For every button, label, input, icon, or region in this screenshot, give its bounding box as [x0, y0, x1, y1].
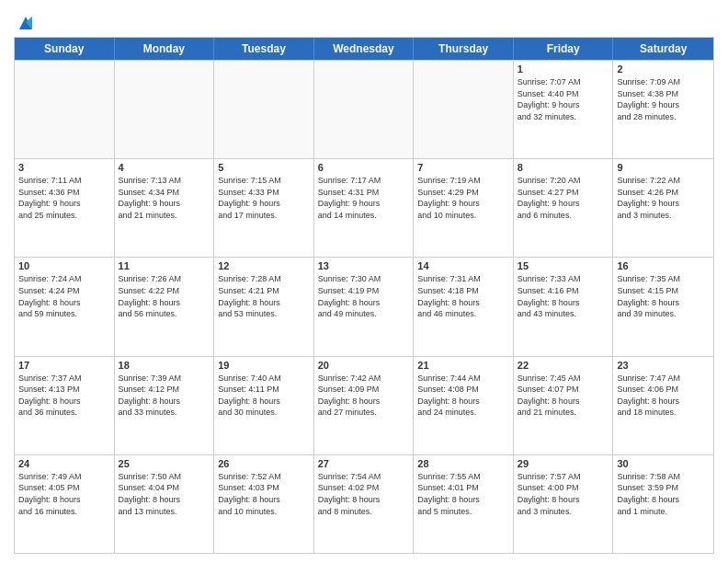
day-number: 4	[119, 162, 210, 173]
day-cell-18: 18Sunrise: 7:39 AM Sunset: 4:12 PM Dayli…	[115, 357, 215, 454]
day-cell-29: 29Sunrise: 7:57 AM Sunset: 4:00 PM Dayli…	[514, 455, 614, 553]
day-number: 27	[318, 458, 410, 469]
logo-icon	[16, 13, 36, 33]
day-number: 9	[617, 162, 710, 173]
day-info: Sunrise: 7:33 AM Sunset: 4:16 PM Dayligh…	[518, 273, 609, 319]
day-number: 13	[318, 260, 410, 271]
day-info: Sunrise: 7:44 AM Sunset: 4:08 PM Dayligh…	[417, 373, 509, 419]
day-cell-6: 6Sunrise: 7:17 AM Sunset: 4:31 PM Daylig…	[314, 159, 415, 257]
day-cell-10: 10Sunrise: 7:24 AM Sunset: 4:24 PM Dayli…	[15, 258, 115, 355]
calendar: SundayMondayTuesdayWednesdayThursdayFrid…	[14, 37, 714, 554]
day-cell-23: 23Sunrise: 7:47 AM Sunset: 4:06 PM Dayli…	[613, 357, 713, 454]
day-info: Sunrise: 7:13 AM Sunset: 4:34 PM Dayligh…	[119, 175, 210, 221]
day-number: 23	[617, 360, 710, 371]
day-number: 30	[617, 458, 710, 469]
header-tuesday: Tuesday	[214, 38, 314, 60]
empty-cell	[414, 61, 514, 158]
day-info: Sunrise: 7:17 AM Sunset: 4:31 PM Dayligh…	[318, 175, 410, 221]
day-info: Sunrise: 7:57 AM Sunset: 4:00 PM Dayligh…	[518, 471, 609, 517]
week-row-5: 24Sunrise: 7:49 AM Sunset: 4:05 PM Dayli…	[15, 454, 713, 553]
day-info: Sunrise: 7:09 AM Sunset: 4:38 PM Dayligh…	[617, 76, 710, 122]
day-number: 16	[617, 260, 710, 271]
page-header	[14, 9, 714, 31]
day-cell-16: 16Sunrise: 7:35 AM Sunset: 4:15 PM Dayli…	[613, 258, 713, 355]
day-info: Sunrise: 7:58 AM Sunset: 3:59 PM Dayligh…	[617, 471, 710, 517]
day-number: 17	[18, 360, 110, 371]
header-saturday: Saturday	[613, 38, 713, 60]
day-cell-19: 19Sunrise: 7:40 AM Sunset: 4:11 PM Dayli…	[214, 357, 314, 454]
day-number: 5	[218, 162, 310, 173]
header-friday: Friday	[514, 38, 614, 60]
day-info: Sunrise: 7:42 AM Sunset: 4:09 PM Dayligh…	[318, 373, 410, 419]
day-info: Sunrise: 7:52 AM Sunset: 4:03 PM Dayligh…	[218, 471, 310, 517]
day-info: Sunrise: 7:24 AM Sunset: 4:24 PM Dayligh…	[18, 273, 110, 319]
empty-cell	[314, 61, 415, 158]
day-number: 18	[119, 360, 210, 371]
day-cell-26: 26Sunrise: 7:52 AM Sunset: 4:03 PM Dayli…	[214, 455, 314, 553]
day-info: Sunrise: 7:07 AM Sunset: 4:40 PM Dayligh…	[518, 76, 609, 122]
day-info: Sunrise: 7:37 AM Sunset: 4:13 PM Dayligh…	[18, 373, 110, 419]
day-info: Sunrise: 7:20 AM Sunset: 4:27 PM Dayligh…	[518, 175, 609, 221]
empty-cell	[214, 61, 314, 158]
day-info: Sunrise: 7:28 AM Sunset: 4:21 PM Dayligh…	[218, 273, 310, 319]
empty-cell	[15, 61, 115, 158]
day-cell-7: 7Sunrise: 7:19 AM Sunset: 4:29 PM Daylig…	[414, 159, 514, 257]
day-info: Sunrise: 7:50 AM Sunset: 4:04 PM Dayligh…	[119, 471, 210, 517]
calendar-body: 1Sunrise: 7:07 AM Sunset: 4:40 PM Daylig…	[15, 60, 713, 553]
day-cell-27: 27Sunrise: 7:54 AM Sunset: 4:02 PM Dayli…	[314, 455, 415, 553]
day-number: 15	[518, 260, 609, 271]
day-cell-2: 2Sunrise: 7:09 AM Sunset: 4:38 PM Daylig…	[613, 61, 713, 158]
day-info: Sunrise: 7:49 AM Sunset: 4:05 PM Dayligh…	[18, 471, 110, 517]
day-cell-14: 14Sunrise: 7:31 AM Sunset: 4:18 PM Dayli…	[414, 258, 514, 355]
week-row-1: 1Sunrise: 7:07 AM Sunset: 4:40 PM Daylig…	[15, 60, 713, 158]
day-info: Sunrise: 7:35 AM Sunset: 4:15 PM Dayligh…	[617, 273, 710, 319]
empty-cell	[115, 61, 215, 158]
day-number: 1	[518, 63, 609, 75]
day-cell-4: 4Sunrise: 7:13 AM Sunset: 4:34 PM Daylig…	[115, 159, 215, 257]
day-cell-9: 9Sunrise: 7:22 AM Sunset: 4:26 PM Daylig…	[613, 159, 713, 257]
day-number: 11	[119, 260, 210, 271]
day-info: Sunrise: 7:26 AM Sunset: 4:22 PM Dayligh…	[119, 273, 210, 319]
week-row-4: 17Sunrise: 7:37 AM Sunset: 4:13 PM Dayli…	[15, 356, 713, 454]
day-info: Sunrise: 7:19 AM Sunset: 4:29 PM Dayligh…	[417, 175, 509, 221]
day-number: 12	[218, 260, 310, 271]
day-cell-21: 21Sunrise: 7:44 AM Sunset: 4:08 PM Dayli…	[414, 357, 514, 454]
day-info: Sunrise: 7:55 AM Sunset: 4:01 PM Dayligh…	[417, 471, 509, 517]
day-number: 6	[318, 162, 410, 173]
header-monday: Monday	[115, 38, 215, 60]
day-cell-24: 24Sunrise: 7:49 AM Sunset: 4:05 PM Dayli…	[15, 455, 115, 553]
header-thursday: Thursday	[414, 38, 514, 60]
week-row-3: 10Sunrise: 7:24 AM Sunset: 4:24 PM Dayli…	[15, 257, 713, 355]
day-cell-28: 28Sunrise: 7:55 AM Sunset: 4:01 PM Dayli…	[414, 455, 514, 553]
day-number: 28	[417, 458, 509, 469]
day-number: 25	[119, 458, 210, 469]
day-number: 20	[318, 360, 410, 371]
day-cell-1: 1Sunrise: 7:07 AM Sunset: 4:40 PM Daylig…	[514, 61, 614, 158]
day-cell-22: 22Sunrise: 7:45 AM Sunset: 4:07 PM Dayli…	[514, 357, 614, 454]
header-wednesday: Wednesday	[314, 38, 415, 60]
day-cell-5: 5Sunrise: 7:15 AM Sunset: 4:33 PM Daylig…	[214, 159, 314, 257]
header-sunday: Sunday	[15, 38, 115, 60]
day-info: Sunrise: 7:22 AM Sunset: 4:26 PM Dayligh…	[617, 175, 710, 221]
day-number: 21	[417, 360, 509, 371]
day-info: Sunrise: 7:11 AM Sunset: 4:36 PM Dayligh…	[18, 175, 110, 221]
day-cell-8: 8Sunrise: 7:20 AM Sunset: 4:27 PM Daylig…	[514, 159, 614, 257]
day-number: 14	[417, 260, 509, 271]
day-info: Sunrise: 7:31 AM Sunset: 4:18 PM Dayligh…	[417, 273, 509, 319]
day-info: Sunrise: 7:47 AM Sunset: 4:06 PM Dayligh…	[617, 373, 710, 419]
day-info: Sunrise: 7:40 AM Sunset: 4:11 PM Dayligh…	[218, 373, 310, 419]
day-number: 22	[518, 360, 609, 371]
day-cell-11: 11Sunrise: 7:26 AM Sunset: 4:22 PM Dayli…	[115, 258, 215, 355]
day-info: Sunrise: 7:39 AM Sunset: 4:12 PM Dayligh…	[119, 373, 210, 419]
day-cell-3: 3Sunrise: 7:11 AM Sunset: 4:36 PM Daylig…	[15, 159, 115, 257]
day-info: Sunrise: 7:30 AM Sunset: 4:19 PM Dayligh…	[318, 273, 410, 319]
logo	[14, 13, 36, 31]
day-number: 2	[617, 63, 710, 75]
day-cell-13: 13Sunrise: 7:30 AM Sunset: 4:19 PM Dayli…	[314, 258, 415, 355]
day-number: 8	[518, 162, 609, 173]
day-cell-25: 25Sunrise: 7:50 AM Sunset: 4:04 PM Dayli…	[115, 455, 215, 553]
calendar-header: SundayMondayTuesdayWednesdayThursdayFrid…	[15, 38, 713, 60]
day-cell-30: 30Sunrise: 7:58 AM Sunset: 3:59 PM Dayli…	[613, 455, 713, 553]
week-row-2: 3Sunrise: 7:11 AM Sunset: 4:36 PM Daylig…	[15, 158, 713, 257]
day-number: 26	[218, 458, 310, 469]
